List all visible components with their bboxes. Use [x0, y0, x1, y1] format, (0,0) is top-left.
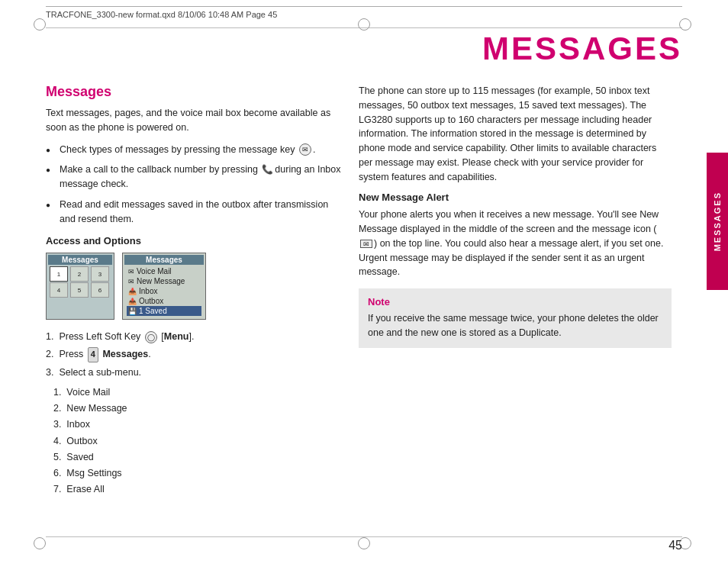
- menu-label: Menu: [164, 331, 189, 342]
- note-text: If you receive the same message twice, y…: [368, 311, 662, 340]
- phone-screen-bottom: Messages ✉ Voice Mail ✉ New Message 📥 In…: [122, 253, 206, 320]
- message-key-icon: ✉: [299, 143, 311, 156]
- icon-cell-1: 1: [50, 266, 68, 282]
- submenu-list: 1. Voice Mail 2. New Message 3. Inbox 4.…: [46, 385, 343, 498]
- new-message-heading: New Message Alert: [359, 192, 672, 203]
- page-number: 45: [668, 539, 682, 552]
- messages-bold: Messages: [102, 349, 148, 359]
- icon-cell-5: 5: [70, 282, 89, 298]
- circle-bottom-center: [358, 537, 370, 549]
- key-4-icon: 4: [88, 347, 98, 362]
- circle-top-center: [358, 18, 370, 31]
- menu-item-inbox: 📥 Inbox: [127, 286, 201, 296]
- submenu-item-2: 2. New Message: [53, 401, 343, 417]
- top-bar: TRACFONE_3300-new format.qxd 8/10/06 10:…: [46, 6, 682, 19]
- screen-bottom-title: Messages: [124, 255, 204, 265]
- note-title: Note: [368, 296, 662, 308]
- access-section: Access and Options Messages 1 2 3 4 5 6 …: [46, 235, 343, 498]
- menu-list: ✉ Voice Mail ✉ New Message 📥 Inbox 📤 Out…: [124, 265, 204, 317]
- envelope-icon: ✉: [360, 240, 372, 248]
- screen-top-title: Messages: [48, 255, 112, 265]
- bullet-item-1: Check types of messages by pressing the …: [46, 143, 343, 157]
- intro-text: Text messages, pages, and the voice mail…: [46, 106, 343, 135]
- step-3: 3. Select a sub-menu.: [46, 365, 343, 380]
- bullet-item-3: Read and edit messages saved in the outb…: [46, 198, 343, 227]
- right-column: The phone can store up to 115 messages (…: [359, 84, 672, 348]
- submenu-item-3: 3. Inbox: [53, 417, 343, 433]
- phone-screen-top: Messages 1 2 3 4 5 6: [46, 253, 114, 320]
- step-1: 1. Press Left Soft Key ◯ [Menu].: [46, 329, 343, 344]
- bullet-item-2: Make a call to the callback number by pr…: [46, 163, 343, 192]
- icon-grid: 1 2 3 4 5 6: [48, 265, 112, 299]
- circle-bottom-left: [34, 537, 46, 549]
- file-info: TRACFONE_3300-new format.qxd 8/10/06 10:…: [46, 10, 277, 19]
- icon-cell-3: 3: [91, 266, 109, 282]
- right-intro-text: The phone can store up to 115 messages (…: [359, 84, 672, 184]
- new-message-text: Your phone alerts you when it receives a…: [359, 208, 672, 279]
- newmsg-icon: ✉: [128, 278, 134, 285]
- step-2-text: Press 4 Messages.: [59, 349, 150, 359]
- phone-screens: Messages 1 2 3 4 5 6 Messages ✉ Voice Ma…: [46, 253, 343, 320]
- circle-top-left: [34, 18, 46, 31]
- submenu-item-5: 5. Saved: [53, 449, 343, 465]
- side-tab-label: MESSAGES: [713, 192, 722, 251]
- submenu-item-1: 1. Voice Mail: [53, 385, 343, 401]
- menu-item-saved: 💾 1 Saved: [127, 306, 201, 316]
- note-box: Note If you receive the same message twi…: [359, 288, 672, 348]
- icon-cell-4: 4: [50, 282, 68, 298]
- saved-icon: 💾: [128, 308, 137, 315]
- submenu-item-7: 7. Erase All: [53, 482, 343, 498]
- left-column: Messages Text messages, pages, and the v…: [46, 84, 343, 498]
- menu-item-outbox: 📤 Outbox: [127, 296, 201, 306]
- submenu-item-6: 6. Msg Settings: [53, 465, 343, 482]
- side-tab: MESSAGES: [707, 153, 728, 290]
- access-heading: Access and Options: [46, 235, 343, 246]
- step-1-text: Press Left Soft Key ◯ [Menu].: [59, 331, 194, 342]
- menu-item-voicemail: ✉ Voice Mail: [127, 266, 201, 276]
- step-3-text: Select a sub-menu.: [59, 367, 141, 378]
- section-heading: Messages: [46, 84, 343, 100]
- icon-cell-6: 6: [91, 282, 109, 298]
- inbox-icon: 📥: [128, 288, 137, 295]
- circle-top-right: [679, 18, 691, 31]
- steps-container: 1. Press Left Soft Key ◯ [Menu]. 2. Pres…: [46, 329, 343, 380]
- outbox-icon: 📤: [128, 298, 137, 305]
- soft-key-icon: ◯: [145, 331, 157, 343]
- icon-cell-2: 2: [70, 266, 89, 282]
- phone-icon: 📞: [262, 163, 273, 176]
- bullet-list: Check types of messages by pressing the …: [46, 143, 343, 227]
- submenu-item-4: 4. Outbox: [53, 433, 343, 449]
- voicemail-icon: ✉: [128, 268, 134, 275]
- menu-item-newmsg: ✉ New Message: [127, 276, 201, 286]
- step-2: 2. Press 4 Messages.: [46, 346, 343, 362]
- page-title: MESSAGES: [482, 31, 682, 67]
